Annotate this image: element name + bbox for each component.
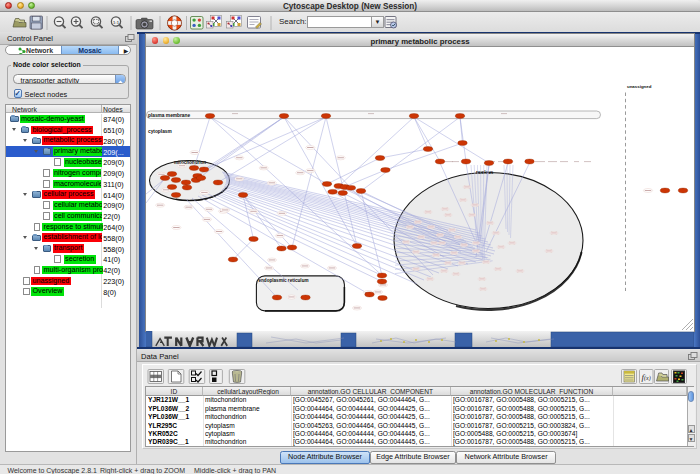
svg-text:cytoplasm: cytoplasm: [148, 129, 172, 134]
svg-text:1:1: 1:1: [113, 19, 120, 24]
svg-text:nucleus: nucleus: [476, 170, 494, 175]
svg-text:plasma membrane: plasma membrane: [148, 113, 190, 118]
svg-text:mitochondrion: mitochondrion: [174, 160, 206, 165]
svg-text:unassigned: unassigned: [627, 84, 652, 89]
svg-text:endoplasmic reticulum: endoplasmic reticulum: [259, 278, 309, 283]
